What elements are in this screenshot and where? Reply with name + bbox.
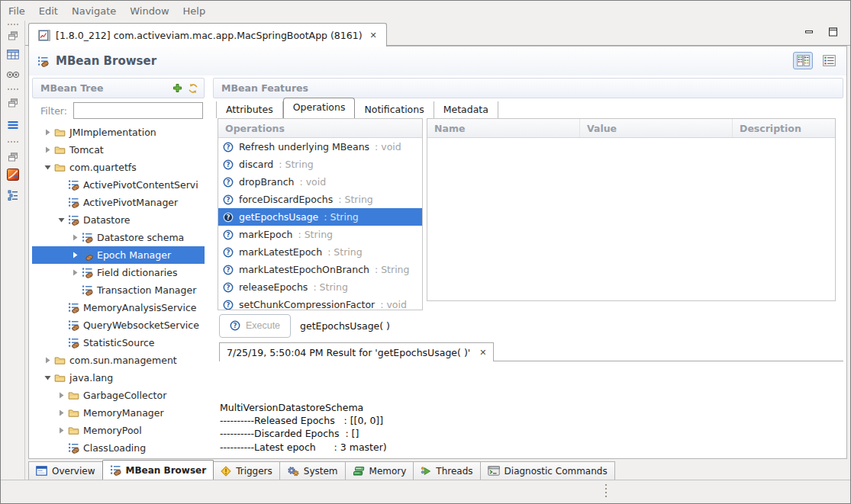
tree-item-com-quartetfs[interactable]: com.quartetfs (32, 159, 205, 176)
expand-arrow-icon[interactable] (43, 162, 53, 172)
restore-view-icon[interactable] (8, 31, 18, 41)
bottom-tab-memory[interactable]: Memory (345, 461, 414, 480)
tree-item-querywebsocketservice[interactable]: QueryWebsocketService (32, 316, 205, 334)
tree-item-memoryanalysisservice[interactable]: MemoryAnalysisService (32, 299, 205, 316)
expand-arrow-icon[interactable] (56, 390, 66, 400)
operation-marklatestepochonbranch[interactable]: ?markLatestEpochOnBranch: String (218, 261, 422, 278)
expand-arrow-icon[interactable] (70, 250, 80, 260)
operation-refresh-underlying-mbeans[interactable]: ?Refresh underlying MBeans: void (218, 138, 422, 156)
restore-view-icon[interactable] (8, 98, 18, 108)
mbean-tree-header: MBean Tree (32, 78, 205, 98)
column-header-value[interactable]: Value (580, 119, 733, 137)
bottom-tab-triggers[interactable]: Triggers (213, 461, 280, 480)
question-icon: ? (223, 142, 234, 152)
tree-item-statisticsource[interactable]: StatisticSource (32, 334, 205, 352)
menu-help[interactable]: Help (183, 5, 206, 17)
filter-label: Filter: (40, 105, 67, 117)
tree-item-java-lang[interactable]: java.lang (32, 369, 205, 387)
expand-arrow-icon (56, 320, 66, 330)
table-view-icon[interactable] (7, 50, 19, 59)
operation-return-type: : void (299, 176, 326, 188)
tree-item-com-sun-management[interactable]: com.sun.management (32, 352, 205, 369)
list-view-icon[interactable] (8, 120, 18, 130)
tab-attributes[interactable]: Attributes (216, 101, 283, 118)
expand-arrow-icon[interactable] (43, 127, 53, 137)
operation-marklatestepoch[interactable]: ?markLatestEpoch: String (218, 243, 422, 261)
tree-item-datastore[interactable]: Datastore (32, 211, 205, 229)
operation-forcediscardepochs[interactable]: ?forceDiscardEpochs: String (218, 191, 422, 208)
expand-arrow-icon (56, 180, 66, 190)
expand-arrow-icon[interactable] (56, 408, 66, 418)
restore-view-icon[interactable] (8, 152, 18, 162)
jvm-browser-icon[interactable] (7, 169, 19, 181)
drag-handle-icon[interactable] (605, 484, 607, 499)
expand-arrow-icon[interactable] (43, 145, 53, 155)
result-tab[interactable]: 7/25/19, 5:50:04 PM Result for 'getEpoch… (219, 342, 494, 361)
layout-grid-toggle[interactable] (793, 52, 813, 69)
operation-releaseepochs[interactable]: ?releaseEpochs: String (218, 278, 422, 296)
folder-icon (54, 355, 66, 366)
expand-arrow-icon[interactable] (43, 355, 53, 365)
tree-item-activepivotmanager[interactable]: ActivePivotManager (32, 194, 205, 211)
operations-column-header[interactable]: Operations (218, 119, 422, 138)
operation-setchunkcompressionfactor[interactable]: ?setChunkCompressionFactor: void (218, 296, 422, 310)
minimize-icon[interactable] (804, 27, 814, 37)
svg-text:?: ? (233, 322, 237, 329)
expand-arrow-icon (56, 197, 66, 207)
expand-arrow-icon[interactable] (56, 215, 66, 225)
refresh-icon[interactable] (188, 83, 198, 94)
tree-item-transaction-manager[interactable]: Transaction Manager (32, 281, 205, 299)
close-icon[interactable]: ✕ (479, 348, 486, 358)
operation-markepoch[interactable]: ?markEpoch: String (218, 226, 422, 243)
expand-arrow-icon[interactable] (43, 373, 53, 383)
maximize-icon[interactable] (828, 27, 838, 37)
filter-input[interactable] (73, 102, 203, 119)
operation-discard[interactable]: ?discard: String (218, 156, 422, 173)
bottom-tab-overview[interactable]: Overview (28, 461, 103, 480)
result-tab-label: 7/25/19, 5:50:04 PM Result for 'getEpoch… (227, 347, 470, 358)
menu-file[interactable]: File (8, 5, 25, 17)
watch-view-icon[interactable] (6, 71, 20, 79)
operation-return-type: : String (298, 229, 334, 240)
tree-item-garbagecollector[interactable]: GarbageCollector (32, 387, 205, 404)
console-editor-tab[interactable]: [1.8.0_212] com.activeviam.mac.app.MacSp… (28, 23, 387, 47)
tree-item-activepivotcontentservi[interactable]: ActivePivotContentServi (32, 176, 205, 194)
drag-handle-icon (7, 88, 19, 91)
tab-metadata[interactable]: Metadata (434, 101, 498, 118)
bottom-tab-threads[interactable]: Threads (413, 461, 480, 480)
menu-edit[interactable]: Edit (39, 5, 58, 17)
tab-notifications[interactable]: Notifications (355, 101, 434, 118)
bottom-tab-mbean-browser[interactable]: MBean Browser (102, 460, 214, 480)
bottom-tab-system[interactable]: System (279, 461, 346, 480)
menu-navigate[interactable]: Navigate (72, 5, 116, 17)
tree-item-epoch-manager[interactable]: Epoch Manager (32, 246, 205, 264)
operation-return-type: : String (324, 211, 359, 223)
tree-item-datastore-schema[interactable]: Datastore schema (32, 229, 205, 246)
tree-item-memorymanager[interactable]: MemoryManager (32, 404, 205, 422)
close-icon[interactable]: ✕ (370, 30, 377, 40)
execute-button[interactable]: ? Execute (219, 314, 291, 338)
menu-window[interactable]: Window (130, 5, 169, 17)
operation-dropbranch[interactable]: ?dropBranch: void (218, 173, 422, 191)
column-header-name[interactable]: Name (427, 119, 580, 137)
expand-arrow-icon[interactable] (70, 233, 80, 242)
layout-list-toggle[interactable] (819, 52, 839, 69)
jmc-window: FileEditNavigateWindowHelp [1.8.0_212] c… (0, 0, 851, 504)
add-mbean-icon[interactable] (172, 83, 182, 93)
tree-item-classloading[interactable]: ClassLoading (32, 439, 205, 457)
outline-view-icon[interactable] (8, 190, 18, 201)
drag-handle-icon (7, 23, 19, 26)
bottom-tab-diagnostic-commands[interactable]: Diagnostic Commands (480, 461, 615, 480)
status-bar (1, 480, 850, 503)
tree-item-tomcat[interactable]: Tomcat (32, 141, 205, 159)
tree-item-field-dictionaries[interactable]: Field dictionaries (32, 264, 205, 281)
mbean-icon (68, 179, 79, 191)
expand-arrow-icon[interactable] (70, 268, 80, 278)
column-header-description[interactable]: Description (733, 119, 835, 137)
tree-item-memorypool[interactable]: MemoryPool (32, 422, 205, 439)
operation-getepochsusage[interactable]: ?getEpochsUsage: String (218, 208, 422, 226)
tree-item-label: ActivePivotManager (83, 197, 178, 208)
tree-item-jmimplementation[interactable]: JMImplementation (32, 124, 205, 141)
tab-operations[interactable]: Operations (283, 98, 356, 118)
expand-arrow-icon[interactable] (56, 425, 66, 435)
